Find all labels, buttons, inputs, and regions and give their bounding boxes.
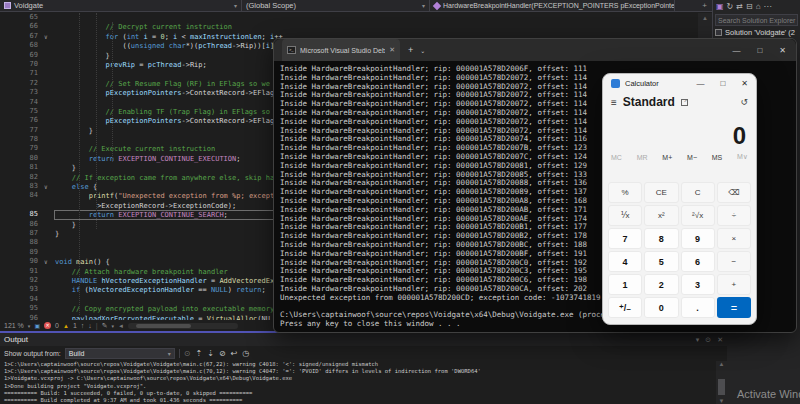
next-message-icon[interactable]: ⇣ — [207, 349, 214, 358]
calc-key-sym[interactable]: + — [717, 274, 751, 295]
calc-key-6[interactable]: 6 — [681, 251, 715, 272]
clear-all-icon[interactable]: ⊘ — [219, 349, 226, 358]
nav-project-dropdown[interactable]: Voidgate ▾ — [0, 0, 242, 11]
code-text: HANDLE hVectoredExceptionHandler = AddVe… — [55, 277, 274, 284]
maximize-icon[interactable]: □ — [757, 46, 762, 55]
memory-button-M[interactable]: M∨ — [737, 153, 748, 161]
code-text: pExceptionPointers->ContextRecord->EFlag — [55, 117, 274, 124]
calc-key-sym[interactable]: % — [608, 182, 642, 203]
warning-count: 1 — [73, 322, 77, 329]
memory-button-MC[interactable]: MC — [611, 154, 622, 161]
zoom-level-select[interactable]: 121 % — [4, 322, 24, 329]
calc-key-4[interactable]: 4 — [608, 251, 642, 272]
close-tab-icon[interactable]: ✕ — [389, 46, 395, 54]
previous-message-icon[interactable]: ⇡ — [196, 349, 203, 358]
warnings-icon[interactable]: ▲ — [63, 323, 69, 329]
calc-key-8[interactable]: 8 — [644, 228, 678, 249]
close-icon[interactable]: ✕ — [717, 336, 723, 344]
tab-dropdown-icon[interactable]: ⌄ — [420, 47, 425, 54]
calc-key-equals[interactable]: = — [717, 297, 751, 318]
switch-views-icon[interactable]: ▣ — [716, 2, 724, 11]
memory-button-MR[interactable]: MR — [637, 154, 648, 161]
calc-key-5[interactable]: 5 — [644, 251, 678, 272]
horizontal-scrollbar[interactable] — [128, 323, 238, 329]
home-icon[interactable]: ⌂ — [756, 2, 761, 11]
errors-icon[interactable]: ✕ — [44, 322, 51, 329]
line-number: 88 — [0, 238, 44, 247]
fold-marker-icon — [44, 238, 54, 247]
calc-key-x[interactable]: x² — [644, 205, 678, 226]
scrollbar-thumb[interactable] — [136, 324, 191, 328]
window-position-icon[interactable]: ▾ — [696, 336, 700, 344]
scrollbar-thumb[interactable] — [718, 379, 725, 395]
fold-marker-icon[interactable]: ∨ — [44, 32, 54, 41]
calc-key-sym[interactable]: − — [717, 251, 751, 272]
calc-key-0[interactable]: 0 — [644, 297, 678, 318]
close-icon[interactable]: ✕ — [741, 79, 748, 88]
new-tab-button[interactable]: + — [408, 45, 413, 55]
minimize-icon[interactable]: — — [732, 46, 740, 55]
fold-marker-icon — [44, 191, 54, 200]
calculator-title: Calculator — [625, 79, 691, 88]
nav-member-dropdown[interactable]: HardwareBreakpointHandler(PEXCEPTION_POI… — [430, 0, 675, 11]
maximize-icon[interactable]: □ — [720, 79, 725, 88]
code-text: pExceptionPointers->ContextRecord->EFlag — [55, 89, 274, 96]
calc-key-7[interactable]: 7 — [608, 228, 642, 249]
calculator-titlebar[interactable]: Calculator — □ ✕ — [603, 74, 756, 92]
close-icon[interactable]: ✕ — [779, 46, 786, 55]
prev-issue-icon[interactable]: ↑ — [81, 322, 85, 329]
scroll-left-arrow-icon[interactable]: ◄ — [118, 323, 124, 329]
code-text: // Attach hardware breakpoint handler — [55, 268, 228, 275]
fold-marker-icon[interactable]: ∨ — [44, 182, 54, 191]
calc-key-9[interactable]: 9 — [681, 228, 715, 249]
calc-key-2[interactable]: 2 — [644, 274, 678, 295]
collapse-all-icon[interactable]: ⊟ — [746, 2, 753, 11]
calc-key-3[interactable]: 3 — [681, 274, 715, 295]
find-message-icon[interactable]: ⊙ — [184, 349, 191, 358]
more-icon[interactable]: ⋯ — [764, 2, 772, 11]
output-vertical-scrollbar[interactable]: ▲ ▼ — [716, 361, 727, 404]
timestamp-icon[interactable]: ◷ — [242, 349, 249, 358]
calc-key-x[interactable]: ⅟x — [608, 205, 642, 226]
fold-marker-icon — [44, 248, 54, 257]
line-number: 82 — [0, 173, 44, 182]
fold-marker-icon — [44, 304, 54, 313]
editor-health-icon[interactable]: ▣ — [34, 322, 40, 329]
line-number: 89 — [0, 248, 44, 257]
calc-key-sym[interactable]: ⁺/₋ — [608, 297, 642, 318]
calc-key-sym[interactable]: ⌫ — [717, 182, 751, 203]
output-title: Output — [4, 335, 28, 344]
hamburger-menu-icon[interactable]: ≡ — [611, 97, 617, 108]
output-line: ========== Build completed at 9:37 AM an… — [4, 397, 723, 404]
solution-explorer-search-input[interactable]: Search Solution Explorer (C — [715, 14, 798, 26]
history-icon[interactable]: ↺ — [740, 97, 748, 107]
calc-key-sym[interactable]: ÷ — [717, 205, 751, 226]
next-issue-icon[interactable]: ↓ — [88, 322, 92, 329]
memory-button-MS[interactable]: MS — [712, 154, 723, 161]
calc-key-sym[interactable]: × — [717, 228, 751, 249]
refresh-icon[interactable]: ↻ — [727, 2, 734, 11]
calc-key-C[interactable]: C — [681, 182, 715, 203]
scroll-up-arrow-icon[interactable]: ▲ — [698, 13, 712, 21]
memory-button-M[interactable]: M+ — [662, 154, 672, 161]
nav-scope-dropdown[interactable]: (Global Scope) ▾ — [242, 0, 430, 11]
terminal-tab[interactable]: >_ Microsoft Visual Studio Debu ✕ — [282, 39, 400, 61]
output-source-select[interactable]: Build ▾ — [65, 348, 175, 359]
fold-marker-icon[interactable]: ∨ — [44, 257, 54, 266]
calc-key-sym[interactable]: . — [681, 297, 715, 318]
calc-key-1[interactable]: 1 — [608, 274, 642, 295]
word-wrap-icon[interactable]: ↩ — [231, 349, 238, 358]
sync-active-document-icon[interactable]: ⇄ — [736, 2, 743, 11]
memory-button-M[interactable]: M− — [687, 154, 697, 161]
calc-key-x[interactable]: ²√x — [681, 205, 715, 226]
scroll-up-arrow-icon[interactable]: ▲ — [716, 361, 727, 367]
calc-key-CE[interactable]: CE — [644, 182, 678, 203]
tree-item-solution[interactable]: Solution 'Voidgate' (2 — [713, 27, 800, 38]
edit-mode-icon[interactable]: ✎ — [102, 322, 108, 330]
minimize-icon[interactable]: — — [696, 79, 704, 88]
scroll-down-arrow-icon[interactable]: ▼ — [716, 398, 727, 404]
split-editor-button[interactable]: + — [697, 0, 712, 11]
keep-on-top-icon[interactable]: ↗ — [681, 99, 688, 106]
terminal-titlebar[interactable]: >_ Microsoft Visual Studio Debu ✕ + ⌄ — … — [274, 39, 796, 61]
pin-icon[interactable]: ⊙ — [705, 336, 711, 344]
